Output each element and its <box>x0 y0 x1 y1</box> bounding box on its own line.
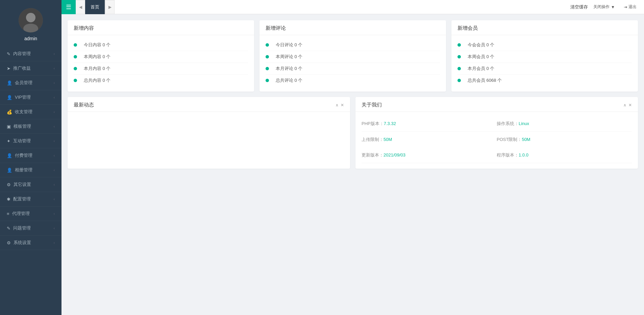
sidebar-item-content[interactable]: ✎ 内容管理 ‹ <box>0 47 61 61</box>
stat-row: 今日内容 0 个 <box>74 39 248 51</box>
about-actions: ∧ ✕ <box>623 103 632 107</box>
chevron-right-icon: ‹ <box>54 110 55 114</box>
about-item-label: PHP版本： <box>362 121 384 126</box>
collapse-icon[interactable]: ∧ <box>336 103 339 107</box>
content-icon: ✎ <box>7 51 10 56</box>
chevron-down-icon: ▼ <box>611 5 615 9</box>
sidebar-item-left: ✎ 问题管理 <box>7 225 31 231</box>
sidebar-item-label: 模板管理 <box>14 123 31 129</box>
logout-icon: ⇥ <box>624 5 627 9</box>
sidebar-item-promotion[interactable]: ➤ 推广收益 ‹ <box>0 61 61 76</box>
topbar-left: ☰ ◀ 首页 ▶ <box>61 0 115 14</box>
latest-activity-title: 最新动态 <box>74 102 94 108</box>
tab-home-label: 首页 <box>91 4 99 10</box>
clear-cache-button[interactable]: 清空缓存 <box>570 4 588 10</box>
about-item: POST限制：50M <box>497 132 632 147</box>
sidebar-item-other[interactable]: ⚙ 其它设置 ‹ <box>0 177 61 192</box>
content-area: 新增内容 今日内容 0 个本周内容 0 个本月内容 0 个总共内容 0 个 新增… <box>61 14 644 315</box>
sidebar-item-agent[interactable]: ≡ 代理管理 ‹ <box>0 207 61 221</box>
sidebar-item-config[interactable]: ✱ 配置管理 ‹ <box>0 192 61 207</box>
status-dot <box>74 67 77 70</box>
new-content-title: 新增内容 <box>68 20 254 35</box>
sidebar-item-left: ▣ 模板管理 <box>7 123 31 129</box>
close-actions-button[interactable]: 关闭操作 ▼ <box>590 3 618 11</box>
tab-home[interactable]: 首页 <box>85 0 105 14</box>
sidebar-item-label: 收支管理 <box>15 109 32 115</box>
sidebar-item-template[interactable]: ▣ 模板管理 ‹ <box>0 119 61 134</box>
system-icon: ⚙ <box>7 240 11 245</box>
promotion-icon: ➤ <box>7 66 10 71</box>
chevron-right-icon: ‹ <box>54 125 55 128</box>
status-dot <box>74 79 77 82</box>
hamburger-icon: ☰ <box>66 3 71 11</box>
sidebar-item-system[interactable]: ⚙ 系统设置 ‹ <box>0 236 61 250</box>
latest-activity-actions: ∧ ✕ <box>336 103 344 107</box>
stat-row: 本周内容 0 个 <box>74 51 248 63</box>
svg-point-1 <box>26 13 35 22</box>
issues-icon: ✎ <box>7 226 10 231</box>
about-item-label: POST限制： <box>497 137 522 142</box>
status-dot <box>74 43 77 47</box>
status-dot <box>266 55 269 58</box>
sidebar-item-payment[interactable]: 👤 付费管理 ‹ <box>0 148 61 163</box>
agent-icon: ≡ <box>7 211 9 216</box>
chevron-right-icon: ‹ <box>54 226 55 230</box>
sidebar-item-left: ➤ 推广收益 <box>7 65 31 71</box>
status-dot <box>457 67 461 70</box>
sidebar-item-finance[interactable]: 💰 收支管理 ‹ <box>0 105 61 119</box>
bottom-cards-row: 最新动态 ∧ ✕ 关于我们 ∧ ✕ PHP版本：7.3.32操作 <box>68 97 638 169</box>
interact-icon: ✦ <box>7 139 10 144</box>
sidebar-item-interact[interactable]: ✦ 互动管理 ‹ <box>0 134 61 148</box>
payment-icon: 👤 <box>7 153 12 158</box>
stats-cards-row: 新增内容 今日内容 0 个本周内容 0 个本月内容 0 个总共内容 0 个 新增… <box>68 20 638 92</box>
stat-label: 今会会员 0 个 <box>468 42 494 48</box>
close-icon[interactable]: ✕ <box>341 103 344 107</box>
stat-row: 本月会员 0 个 <box>457 63 632 75</box>
sidebar-item-members[interactable]: 👤 会员管理 ‹ <box>0 76 61 90</box>
about-item-value: 7.3.32 <box>384 121 396 126</box>
new-comments-body: 今日评论 0 个本周评论 0 个本月评论 0 个总共评论 0 个 <box>259 35 446 92</box>
stat-label: 本周内容 0 个 <box>84 54 110 60</box>
chevron-right-icon: ‹ <box>54 168 55 172</box>
sidebar-item-left: 👤 相册管理 <box>7 167 32 173</box>
tab-prev-button[interactable]: ◀ <box>76 0 85 14</box>
about-item: 操作系统：Linux <box>497 116 632 132</box>
stat-label: 总共评论 0 个 <box>276 77 302 83</box>
about-item-value: 2021/09/03 <box>383 152 405 158</box>
chevron-right-icon: ‹ <box>54 139 55 143</box>
stat-label: 今日内容 0 个 <box>84 42 110 48</box>
stat-label: 本周会员 0 个 <box>468 54 494 60</box>
sidebar-item-left: ✎ 内容管理 <box>7 51 31 57</box>
about-title: 关于我们 <box>362 102 382 108</box>
about-item: 上传限制：50M <box>362 132 497 147</box>
sidebar-username: admin <box>24 36 37 41</box>
about-close-icon[interactable]: ✕ <box>628 103 632 107</box>
template-icon: ▣ <box>7 124 11 129</box>
about-body: PHP版本：7.3.32操作系统：Linux上传限制：50MPOST限制：50M… <box>355 112 638 169</box>
stat-row: 本周评论 0 个 <box>266 51 440 63</box>
sidebar-item-issues[interactable]: ✎ 问题管理 ‹ <box>0 221 61 236</box>
sidebar-avatar: admin <box>0 0 61 47</box>
latest-activity-header: 最新动态 ∧ ✕ <box>68 97 350 112</box>
sidebar-item-label: 问题管理 <box>13 225 31 231</box>
about-item-value: 50M <box>522 137 530 142</box>
menu-toggle-button[interactable]: ☰ <box>61 0 76 14</box>
about-item-label: 更新版本： <box>362 152 383 158</box>
sidebar-item-left: ≡ 代理管理 <box>7 211 30 217</box>
album-icon: 👤 <box>7 168 12 173</box>
about-collapse-icon[interactable]: ∧ <box>623 103 626 107</box>
stat-label: 本月内容 0 个 <box>84 66 110 72</box>
sidebar-item-left: ✦ 互动管理 <box>7 138 31 144</box>
sidebar-menu: ✎ 内容管理 ‹ ➤ 推广收益 ‹ 👤 会员管理 ‹ 👤 VIP管理 ‹ 💰 收… <box>0 47 61 315</box>
logout-button[interactable]: ⇥ 退出 <box>620 3 640 11</box>
chevron-right-icon: ‹ <box>54 183 55 187</box>
stat-row: 总共内容 0 个 <box>74 75 248 86</box>
latest-activity-body <box>68 112 350 132</box>
sidebar-item-vip[interactable]: 👤 VIP管理 ‹ <box>0 90 61 105</box>
tab-next-button[interactable]: ▶ <box>105 0 115 14</box>
sidebar-item-album[interactable]: 👤 相册管理 ‹ <box>0 163 61 177</box>
about-header: 关于我们 ∧ ✕ <box>355 97 638 112</box>
sidebar-item-label: 其它设置 <box>14 181 31 188</box>
sidebar-item-left: 👤 付费管理 <box>7 152 32 159</box>
chevron-right-icon: ▶ <box>108 5 112 9</box>
